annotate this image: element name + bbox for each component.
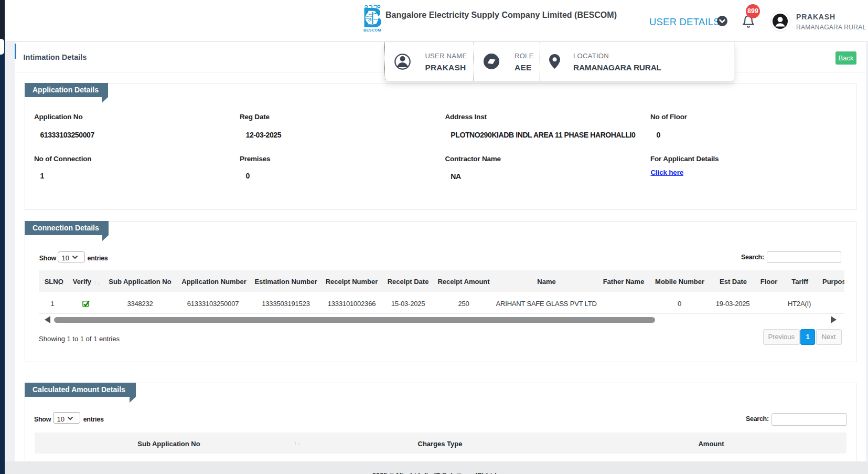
svg-text:BESCOM: BESCOM <box>363 28 381 32</box>
